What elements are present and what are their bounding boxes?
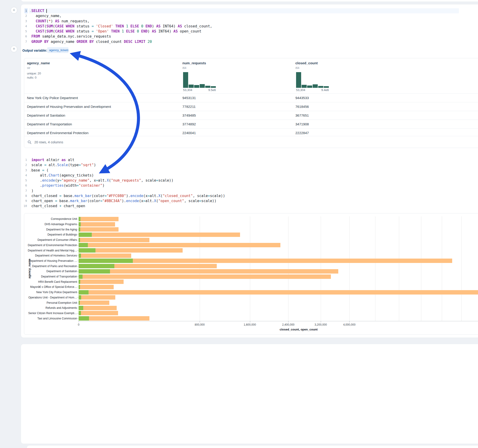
- fold-caret-icon[interactable]: ⌄: [30, 168, 31, 173]
- code-line[interactable]: 2 agency_name,: [21, 13, 459, 19]
- column-header-closed_count[interactable]: closed_count: [295, 61, 318, 65]
- fold-caret-icon[interactable]: ⌄: [30, 8, 31, 14]
- code-text[interactable]: import altair as alt: [29, 157, 459, 162]
- code-line[interactable]: 7): [21, 188, 459, 193]
- code-token: COUNT: [36, 19, 47, 23]
- sql-code-editor[interactable]: 1⌄SELECT 2 agency_name,3 COUNT(*) AS num…: [21, 8, 459, 44]
- bar-closed-count: [79, 222, 115, 227]
- bar-closed-count: [79, 300, 109, 305]
- code-token: [64, 24, 66, 28]
- code-text[interactable]: CAST(SUM(CASE WHEN status = 'Closed' THE…: [29, 24, 459, 29]
- code-text[interactable]: scale = alt.Scale(type="sqrt"): [29, 162, 459, 168]
- code-text[interactable]: FROM sample_data.nyc.service_requests: [29, 34, 459, 39]
- bar-closed-count: [79, 259, 452, 263]
- code-line[interactable]: 5 CAST(SUM(CASE WHEN status = 'Open' THE…: [21, 29, 459, 34]
- line-number: 1: [25, 8, 28, 13]
- code-token: alt: [66, 158, 74, 162]
- code-text[interactable]: GROUP BY agency_name ORDER BY closed_cou…: [29, 39, 459, 44]
- histogram-bar: [318, 86, 323, 88]
- table-row[interactable]: Department of Transportation377489234719…: [24, 120, 478, 128]
- code-token: (: [160, 194, 163, 198]
- histogram-bar: [313, 84, 318, 88]
- table-cell: 3471908: [295, 120, 309, 128]
- table-row[interactable]: New York City Police Department945313194…: [24, 93, 478, 102]
- code-text[interactable]: chart_closed = base.mark_bar(color="#FFC…: [29, 193, 459, 199]
- category-label: Department of Homeless Services: [24, 254, 77, 257]
- code-token: , scale: [184, 199, 199, 203]
- x-axis-tick-label: 3,200,000: [307, 323, 335, 326]
- grid-line: [375, 216, 375, 321]
- code-line[interactable]: 3 COUNT(*) AS num_requests,: [21, 19, 459, 24]
- code-text[interactable]: agency_name,: [29, 13, 459, 19]
- table-cell: 3749485: [182, 111, 196, 120]
- code-token: 1: [122, 29, 124, 33]
- code-token: closed_count: [94, 40, 124, 44]
- x-axis-tick-label: 1,600,000: [236, 323, 264, 326]
- results-table: agency_namestrunique: 20nulls: 0num_requ…: [24, 58, 478, 148]
- code-token: [135, 29, 137, 33]
- add-cell-button[interactable]: +: [11, 46, 17, 52]
- table-cell: 9443533: [295, 93, 309, 102]
- code-text[interactable]: chart_closed + chart_open: [29, 204, 459, 209]
- search-icon[interactable]: [27, 140, 31, 144]
- code-line[interactable]: 2scale = alt.Scale(type="sqrt"): [21, 162, 459, 168]
- category-label: HRA Benefit Card Replacement: [24, 280, 77, 284]
- code-token: sample_data.nyc.service_requests: [40, 34, 111, 38]
- code-token: scale)): [201, 199, 216, 203]
- code-text[interactable]: .properties(width="container"): [29, 183, 459, 188]
- bar-open-count: [79, 316, 89, 321]
- code-token: CASE: [55, 24, 64, 28]
- code-token: =: [55, 199, 57, 203]
- column-header-num_requests[interactable]: num_requests: [182, 61, 206, 65]
- code-line[interactable]: 1⌄SELECT: [21, 8, 459, 13]
- code-line[interactable]: 5 .encode(y="agency_name", x=alt.X("num_…: [21, 178, 459, 183]
- code-text[interactable]: COUNT(*) AS num_requests,: [29, 19, 459, 24]
- table-cell: Department of Sanitation: [27, 111, 65, 120]
- code-token: AS: [55, 19, 59, 23]
- y-axis-title: agency_name: [28, 246, 31, 292]
- code-token: =: [104, 194, 107, 198]
- code-token: (width: [64, 183, 76, 188]
- code-token: (type: [68, 163, 79, 167]
- code-text[interactable]: SELECT: [29, 8, 459, 13]
- add-cell-button[interactable]: +: [11, 7, 17, 14]
- table-row[interactable]: Department of Housing Preservation and D…: [24, 102, 478, 111]
- code-line[interactable]: 6FROM sample_data.nyc.service_requests: [21, 34, 459, 39]
- code-line[interactable]: 4 CAST(SUM(CASE WHEN status = 'Closed' T…: [21, 24, 459, 29]
- code-token: [124, 24, 126, 28]
- code-token: *: [49, 19, 51, 23]
- category-label: New York City Police Department: [24, 290, 77, 294]
- code-text[interactable]: alt.Chart(agency_tickets): [29, 173, 459, 178]
- code-line[interactable]: 10chart_closed + chart_open: [21, 204, 459, 209]
- code-token: SELECT: [31, 9, 44, 13]
- code-token: [124, 29, 126, 33]
- code-token: [113, 24, 115, 28]
- code-token: 'Closed': [96, 24, 113, 28]
- code-text[interactable]: CAST(SUM(CASE WHEN status = 'Open' THEN …: [29, 29, 459, 34]
- code-token: "container": [79, 183, 102, 188]
- line-gutter: 2: [21, 13, 29, 19]
- code-line[interactable]: 7GROUP BY agency_name ORDER BY closed_co…: [21, 39, 459, 44]
- bar-open-count: [79, 300, 80, 305]
- python-code-editor[interactable]: 1import altair as alt2scale = alt.Scale(…: [21, 157, 459, 209]
- code-line[interactable]: 6 .properties(width="container"): [21, 183, 459, 188]
- code-token: base: [31, 168, 42, 172]
- code-line[interactable]: 3⌄base = (: [21, 168, 459, 173]
- grid-line: [442, 216, 442, 321]
- output-variable-chip[interactable]: agency_tickets: [47, 47, 69, 53]
- code-line[interactable]: 4 alt.Chart(agency_tickets): [21, 173, 459, 178]
- code-token: (: [44, 24, 46, 28]
- line-gutter: 10: [21, 204, 29, 209]
- code-text[interactable]: ): [29, 188, 459, 193]
- code-text[interactable]: chart_open = base.mark_bar(color="#8BC34…: [29, 199, 459, 204]
- code-line[interactable]: 8chart_closed = base.mark_bar(color="#FF…: [21, 193, 459, 199]
- code-token: [139, 24, 141, 28]
- table-cell: 3677651: [295, 111, 309, 120]
- code-text[interactable]: base = (: [29, 168, 459, 173]
- code-text[interactable]: .encode(y="agency_name", x=alt.X("num_re…: [29, 178, 459, 183]
- table-row[interactable]: Department of Sanitation37494853677651: [24, 111, 478, 120]
- code-line[interactable]: 1import altair as alt: [21, 157, 459, 162]
- bar-closed-count: [79, 311, 118, 315]
- code-line[interactable]: 9chart_open = base.mark_bar(color="#8BC3…: [21, 199, 459, 204]
- column-header-agency_name[interactable]: agency_name: [27, 61, 50, 65]
